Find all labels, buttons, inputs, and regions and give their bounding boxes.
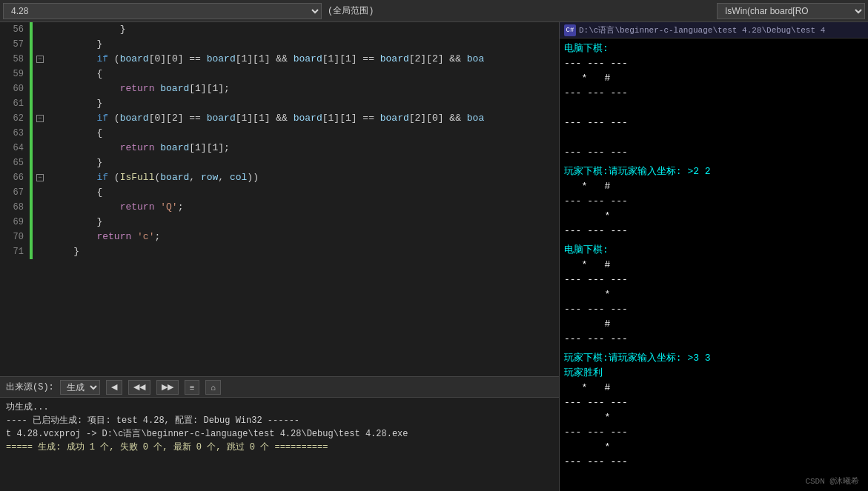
table-row: 56 }	[0, 22, 559, 37]
terminal-line: --- --- ---	[564, 425, 864, 440]
terminal: C# D:\c语言\beginner-c-language\test 4.28\…	[560, 22, 868, 491]
line-content: return board[1][1];	[47, 81, 230, 96]
output-btn-2[interactable]: ◀◀	[128, 380, 150, 395]
table-row: 71 }	[0, 244, 559, 259]
collapse-icon[interactable]: −	[33, 174, 47, 181]
line-number: 71	[0, 244, 30, 259]
terminal-line: *	[564, 440, 864, 455]
green-indicator	[30, 141, 33, 156]
line-content: }	[47, 22, 125, 37]
table-row: 64 return board[1][1];	[0, 141, 559, 156]
green-indicator	[30, 96, 33, 111]
terminal-line: * #	[564, 381, 864, 395]
terminal-line: * #	[564, 258, 864, 273]
line-content: }	[47, 96, 102, 111]
green-indicator	[30, 22, 33, 37]
terminal-line: --- --- ---	[564, 56, 864, 71]
green-indicator	[30, 37, 33, 52]
line-content: if (board[0][0] == board[1][1] && board[…	[47, 52, 484, 67]
output-btn-4[interactable]: ≡	[185, 380, 199, 395]
line-content: if (board[0][2] == board[1][1] && board[…	[47, 111, 484, 126]
terminal-line: *	[564, 287, 864, 302]
code-editor: 56 } 57 } 58 −	[0, 22, 560, 491]
terminal-line: --- --- ---	[564, 332, 864, 347]
output-btn-5[interactable]: ⌂	[205, 380, 221, 395]
line-content: {	[47, 126, 102, 141]
output-toolbar: 出来源(S): 生成 ◀ ◀◀ ▶▶ ≡ ⌂	[0, 377, 559, 398]
line-number: 62	[0, 111, 30, 126]
output-source-label: 出来源(S):	[6, 381, 54, 393]
line-content: }	[47, 37, 102, 52]
green-indicator	[30, 67, 33, 81]
line-number: 66	[0, 170, 30, 185]
line-content: return 'Q';	[47, 200, 183, 215]
green-indicator	[30, 244, 33, 259]
line-number: 58	[0, 52, 30, 67]
terminal-line	[564, 130, 864, 145]
line-content: {	[47, 185, 102, 200]
terminal-line: --- --- ---	[564, 273, 864, 287]
green-indicator	[30, 185, 33, 200]
watermark: CSDN @沐曦希	[564, 472, 864, 490]
terminal-line: *	[564, 410, 864, 425]
terminal-icon: C#	[564, 24, 576, 36]
symbol-dropdown[interactable]: IsWin(char board[RO	[717, 3, 865, 19]
line-number: 61	[0, 96, 30, 111]
green-indicator	[30, 200, 33, 215]
collapse-icon[interactable]: −	[33, 56, 47, 63]
table-row: 57 }	[0, 37, 559, 52]
file-dropdown[interactable]: 4.28	[3, 3, 322, 19]
output-btn-1[interactable]: ◀	[106, 380, 122, 395]
output-btn-3[interactable]: ▶▶	[156, 380, 179, 395]
green-indicator	[30, 81, 33, 96]
line-number: 70	[0, 230, 30, 244]
terminal-line	[564, 101, 864, 116]
line-content: return board[1][1];	[47, 141, 230, 156]
collapse-icon[interactable]: −	[33, 115, 47, 122]
table-row: 61 }	[0, 96, 559, 111]
app-window: 4.28 (全局范围) IsWin(char board[RO 56 }	[0, 0, 868, 491]
terminal-content[interactable]: 电脑下棋: --- --- --- * # --- --- --- --- --…	[560, 39, 868, 491]
terminal-line: 电脑下棋:	[564, 243, 864, 258]
table-row: 65 }	[0, 156, 559, 170]
terminal-titlebar: C# D:\c语言\beginner-c-language\test 4.28\…	[560, 22, 868, 39]
terminal-line: --- --- ---	[564, 194, 864, 209]
output-content: 功生成... ---- 已启动生成: 项目: test 4.28, 配置: De…	[0, 398, 559, 491]
code-lines: 56 } 57 } 58 −	[0, 22, 559, 376]
top-toolbar: 4.28 (全局范围) IsWin(char board[RO	[0, 0, 868, 22]
line-number: 56	[0, 22, 30, 37]
table-row: 69 }	[0, 215, 559, 230]
table-row: 58 − if (board[0][0] == board[1][1] && b…	[0, 52, 559, 67]
terminal-title: D:\c语言\beginner-c-language\test 4.28\Deb…	[579, 24, 825, 36]
line-number: 64	[0, 141, 30, 156]
terminal-line: --- --- ---	[564, 116, 864, 130]
output-panel: 出来源(S): 生成 ◀ ◀◀ ▶▶ ≡ ⌂ 功生成... ---- 已启动生成…	[0, 376, 559, 491]
line-content: if (IsFull(board, row, col))	[47, 170, 259, 185]
terminal-line: *	[564, 209, 864, 224]
terminal-line: --- --- ---	[564, 395, 864, 410]
line-content: }	[47, 156, 102, 170]
content-area: 56 } 57 } 58 −	[0, 22, 868, 491]
line-content: }	[47, 215, 102, 230]
terminal-line: 电脑下棋:	[564, 41, 864, 56]
terminal-line: --- --- ---	[564, 455, 864, 470]
terminal-line: * #	[564, 179, 864, 194]
table-row: 63 {	[0, 126, 559, 141]
table-row: 62 − if (board[0][2] == board[1][1] && b…	[0, 111, 559, 126]
terminal-line: --- --- ---	[564, 224, 864, 238]
output-line: 功生成...	[6, 401, 553, 414]
green-indicator	[30, 126, 33, 141]
output-source-select[interactable]: 生成	[60, 380, 100, 395]
output-line: ===== 生成: 成功 1 个, 失败 0 个, 最新 0 个, 跳过 0 个…	[6, 441, 553, 454]
terminal-line: --- --- ---	[564, 145, 864, 160]
table-row: 59 {	[0, 67, 559, 81]
terminal-line: 玩家下棋:请玩家输入坐标: >2 2	[564, 164, 864, 179]
green-indicator	[30, 215, 33, 230]
terminal-line: * #	[564, 71, 864, 86]
output-line: ---- 已启动生成: 项目: test 4.28, 配置: Debug Win…	[6, 414, 553, 427]
terminal-line: 玩家下棋:请玩家输入坐标: >3 3	[564, 351, 864, 366]
green-indicator	[30, 230, 33, 244]
table-row: 60 return board[1][1];	[0, 81, 559, 96]
table-row: 66 − if (IsFull(board, row, col))	[0, 170, 559, 185]
line-content: {	[47, 67, 102, 81]
